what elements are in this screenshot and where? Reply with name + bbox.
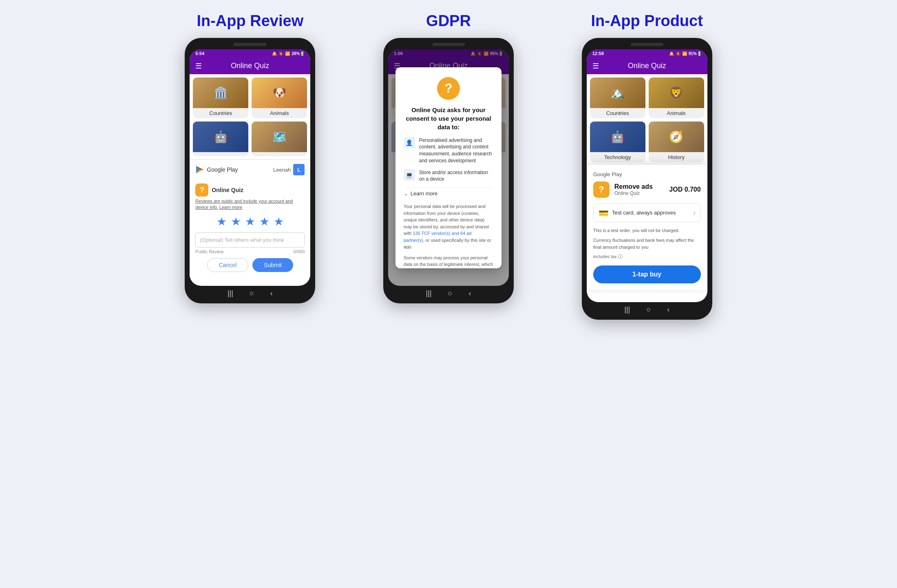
chevron-learn-more: ⌄ [404,190,408,197]
review-section: ? Online Quiz Reviews are public and inc… [190,179,310,276]
app-bar-title-review: Online Quiz [231,62,269,70]
quiz-card-animals-product[interactable]: 🦁 Animals [649,77,704,118]
public-review-label: Public Review [195,249,223,254]
phone-bottom-bar-gdpr: ||| ○ ‹ [388,286,509,298]
app-bar-review: ☰ Online Quiz [190,57,310,74]
product-app: Online Quiz [614,190,665,196]
quiz-card-animals-review[interactable]: 🐶 Animals [252,77,307,118]
section-title-gdpr: GDPR [426,12,471,30]
status-time-review: 5:54 [195,51,204,56]
phone-review: 5:54 🔔 🔇 📶 28%🔋 ☰ Online Quiz [185,38,315,303]
gdpr-item-2: 💻 Store and/or access information on a d… [404,169,493,183]
star-1[interactable]: ★ [217,215,227,228]
gdpr-icon-wrap: ? [404,77,493,100]
phone-screen-gdpr: 1:06 🔔 🔇 📶 95%🔋 ☰ Online Quiz [388,49,509,286]
app-bar-product: ☰ Online Quiz [587,57,707,74]
gplay-bar-review: Google Play Leenah L [190,159,310,179]
star-3[interactable]: ★ [245,215,255,228]
payment-card-info: 💳 Test card, always approves [599,208,676,218]
gdpr-item-text-2: Store and/or access information on a dev… [419,169,493,183]
quiz-img-history-product: 🧭 [649,122,704,152]
quiz-card-map-review[interactable]: 🗺️ [252,122,307,156]
quiz-label-animals-product: Animals [649,108,704,118]
section-in-app-review: In-App Review 5:54 🔔 🔇 📶 28%🔋 ☰ [163,12,337,303]
phone-bottom-bar-review: ||| ○ ‹ [190,286,310,298]
quiz-card-countries-review[interactable]: 🏛️ Countries [193,77,248,118]
status-bar-product: 12:58 🔔 🔇 📶 91%🔋 [587,49,707,57]
menu-icon-product[interactable]: ☰ [592,62,599,71]
quiz-card-img-countries: 🏛️ [193,77,248,108]
nav-back-icon-product[interactable]: ||| [624,305,630,314]
menu-icon-review[interactable]: ☰ [195,62,202,71]
buy-button[interactable]: 1-tap buy [593,265,701,283]
product-note-1: This is a test order, you will not be ch… [593,227,701,234]
star-4[interactable]: ★ [259,215,270,228]
review-app-row: ? Online Quiz [195,183,305,197]
section-gdpr: GDPR 1:06 🔔 🔇 📶 95%🔋 ☰ Online Qu [362,12,536,303]
gplay-text: Google Play [207,166,238,173]
product-info: Remove ads Online Quiz [614,183,665,196]
quiz-card-countries-product[interactable]: 🏔️ Countries [590,77,645,118]
cancel-button[interactable]: Cancel [207,258,249,272]
quiz-card-tech-product[interactable]: 🤖 Technology [590,122,645,162]
phone-notch-product [631,43,663,46]
product-name: Remove ads [614,183,665,190]
quiz-label-history-product: History [649,152,704,162]
stars-row[interactable]: ★ ★ ★ ★ ★ [195,211,305,232]
nav-recent-icon[interactable]: ‹ [270,289,273,298]
status-bar-review: 5:54 🔔 🔇 📶 28%🔋 [190,49,310,57]
quiz-card-img-animals: 🐶 [252,77,307,108]
nav-home-icon-gdpr[interactable]: ○ [448,289,453,298]
review-app-name: Online Quiz [212,187,243,193]
nav-home-icon[interactable]: ○ [250,289,254,298]
submit-button[interactable]: Submit [252,258,293,272]
nav-back-icon[interactable]: ||| [228,289,233,298]
review-input[interactable]: (Optional) Tell others what you think [195,232,305,248]
review-counter-row: Public Review 0/500 [195,249,305,254]
payment-method-label: Test card, always approves [612,210,676,216]
gplay-user: Leenah L [273,164,305,175]
review-sub-text: Reviews are public and include your acco… [195,198,305,211]
gdpr-modal: ? Online Quiz asks for your consent to u… [395,67,502,268]
app-bar-title-product: Online Quiz [628,62,666,70]
gdpr-body-text-2: Some vendors may process your personal d… [404,254,493,268]
section-title-product: In-App Product [591,12,703,30]
phone-gdpr: 1:06 🔔 🔇 📶 95%🔋 ☰ Online Quiz [383,38,514,303]
gdpr-title: Online Quiz asks for your consent to use… [404,106,493,131]
nav-home-icon-product[interactable]: ○ [646,305,651,314]
payment-row[interactable]: 💳 Test card, always approves › [593,203,701,222]
status-time-product: 12:58 [592,51,604,56]
star-2[interactable]: ★ [231,215,241,228]
status-icons-review: 🔔 🔇 📶 28%🔋 [272,51,305,56]
card-icon: 💳 [599,208,609,218]
gdpr-item-1: 👤 Personalised advertising and content, … [404,137,493,164]
quiz-card-history-product[interactable]: 🧭 History [649,122,704,162]
nav-recent-icon-product[interactable]: ‹ [667,305,669,314]
user-name-review: Leenah [273,167,291,173]
nav-back-icon-gdpr[interactable]: ||| [426,289,432,298]
phone-screen-product: 12:58 🔔 🔇 📶 91%🔋 ☰ Online Quiz [587,49,707,302]
quiz-card-label-countries-review: Countries [193,108,248,118]
gdpr-body-text: Your personal data will be processed and… [404,203,493,250]
product-price: JOD 0.700 [669,186,700,193]
gdpr-learn-more-label[interactable]: Learn more [411,190,437,197]
phone-bottom-bar-product: ||| ○ ‹ [587,302,707,315]
gplay-header-product: Google Play [593,171,701,177]
quiz-card-label-map-review [252,152,307,156]
product-sheet: Google Play ? Remove ads Online Quiz JOD… [587,165,707,290]
payment-chevron: › [693,209,695,217]
quiz-card-label-animals-review: Animals [252,108,307,118]
section-title-review: In-App Review [197,12,303,30]
nav-recent-icon-gdpr[interactable]: ‹ [468,289,471,298]
quiz-img-tech-product: 🤖 [590,122,645,152]
status-icons-product: 🔔 🔇 📶 91%🔋 [669,51,702,56]
gdpr-backdrop: ? Online Quiz asks for your consent to u… [388,49,509,286]
star-5[interactable]: ★ [274,215,284,228]
user-avatar-review: L [293,164,305,175]
phone-screen-review: 5:54 🔔 🔇 📶 28%🔋 ☰ Online Quiz [190,49,310,286]
quiz-card-robot-review[interactable]: 🤖 [193,122,248,156]
phone-product: 12:58 🔔 🔇 📶 91%🔋 ☰ Online Quiz [582,38,712,320]
quiz-img-animals-product: 🦁 [649,77,704,108]
quiz-grid-review: 🏛️ Countries 🐶 Animals 🤖 🗺️ [190,74,310,159]
gdpr-learn-more[interactable]: ⌄ Learn more [404,188,493,199]
